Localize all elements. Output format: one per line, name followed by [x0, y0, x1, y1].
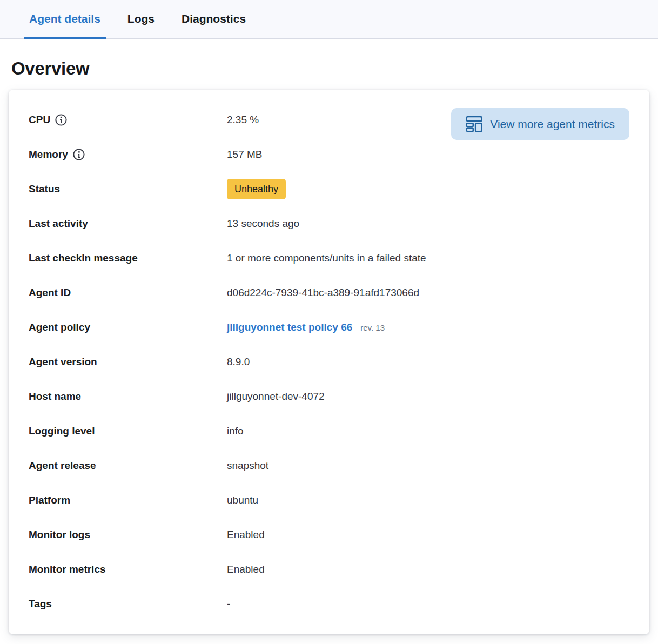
overview-row: Monitor logsEnabled: [29, 518, 629, 552]
row-label: Agent policy: [29, 321, 227, 333]
row-label-text: Monitor logs: [29, 529, 90, 541]
row-value: 2.35 %: [227, 114, 259, 126]
row-label-text: Memory: [29, 149, 68, 160]
row-label: CPU: [29, 114, 227, 126]
policy-revision: rev. 13: [360, 323, 385, 332]
overview-row: Last checkin message1 or more components…: [29, 241, 629, 276]
row-value: 13 seconds ago: [227, 218, 299, 230]
row-label: Status: [29, 183, 227, 195]
row-value: Enabled: [227, 529, 265, 541]
row-label-text: Tags: [29, 598, 52, 610]
overview-row: Agent IDd06d224c-7939-41bc-a389-91afd173…: [29, 276, 629, 310]
row-value: jillguyonnet test policy 66rev. 13: [227, 321, 385, 333]
view-more-agent-metrics-label: View more agent metrics: [490, 118, 615, 131]
overview-row: Logging levelinfo: [29, 414, 629, 448]
row-value: info: [227, 425, 244, 437]
row-label: Platform: [29, 494, 227, 506]
row-value: snapshot: [227, 460, 268, 472]
row-label: Logging level: [29, 425, 227, 437]
row-label-text: Agent version: [29, 356, 97, 368]
status-badge: Unhealthy: [227, 179, 286, 199]
overview-row: Platformubuntu: [29, 483, 629, 518]
row-value: 1 or more components/units in a failed s…: [227, 252, 426, 264]
overview-row: StatusUnhealthy: [29, 172, 629, 206]
overview-row: Agent policyjillguyonnet test policy 66r…: [29, 310, 629, 345]
row-value: 157 MB: [227, 149, 262, 160]
row-label-text: Last activity: [29, 218, 88, 230]
row-label: Agent ID: [29, 287, 227, 299]
row-label-text: Agent release: [29, 460, 96, 472]
row-label: Host name: [29, 391, 227, 403]
tab-bar: Agent details Logs Diagnostics: [0, 0, 658, 39]
row-label-text: Monitor metrics: [29, 564, 106, 575]
row-label-text: Host name: [29, 391, 81, 403]
dashboard-icon: [466, 116, 482, 132]
row-value: jillguyonnet-dev-4072: [227, 391, 325, 403]
row-label-text: Logging level: [29, 425, 95, 437]
overview-panel: View more agent metrics CPU 2.35 %Memory…: [9, 90, 649, 634]
row-label-text: Agent ID: [29, 287, 71, 299]
row-label-text: Agent policy: [29, 321, 90, 333]
row-value: 8.9.0: [227, 356, 250, 368]
row-label: Agent version: [29, 356, 227, 368]
info-icon[interactable]: [73, 149, 85, 160]
overview-row: Host namejillguyonnet-dev-4072: [29, 379, 629, 414]
row-label: Monitor metrics: [29, 564, 227, 575]
overview-row: Agent version8.9.0: [29, 345, 629, 379]
overview-row: Monitor metricsEnabled: [29, 552, 629, 587]
row-label-text: CPU: [29, 114, 50, 126]
overview-row: Tags-: [29, 587, 629, 621]
tab-agent-details[interactable]: Agent details: [24, 0, 106, 38]
row-value: Enabled: [227, 564, 265, 575]
row-label: Monitor logs: [29, 529, 227, 541]
row-label-text: Platform: [29, 494, 70, 506]
overview-list: CPU 2.35 %Memory 157 MBStatusUnhealthyLa…: [29, 103, 629, 621]
row-value: -: [227, 598, 230, 610]
overview-row: Memory 157 MB: [29, 137, 629, 172]
row-value: ubuntu: [227, 494, 258, 506]
row-label: Memory: [29, 149, 227, 160]
row-label: Last checkin message: [29, 252, 227, 264]
row-label: Tags: [29, 598, 227, 610]
row-label-text: Last checkin message: [29, 252, 138, 264]
row-value: d06d224c-7939-41bc-a389-91afd173066d: [227, 287, 419, 299]
row-label: Last activity: [29, 218, 227, 230]
view-more-agent-metrics-button[interactable]: View more agent metrics: [451, 108, 629, 140]
row-value: Unhealthy: [227, 179, 286, 199]
overview-row: Last activity13 seconds ago: [29, 206, 629, 241]
agent-policy-link[interactable]: jillguyonnet test policy 66: [227, 321, 352, 333]
row-label: Agent release: [29, 460, 227, 472]
overview-row: Agent releasesnapshot: [29, 448, 629, 483]
tab-diagnostics[interactable]: Diagnostics: [176, 0, 251, 38]
tab-logs[interactable]: Logs: [122, 0, 160, 38]
row-label-text: Status: [29, 183, 60, 195]
page-title: Overview: [11, 58, 658, 79]
info-icon[interactable]: [55, 114, 67, 126]
